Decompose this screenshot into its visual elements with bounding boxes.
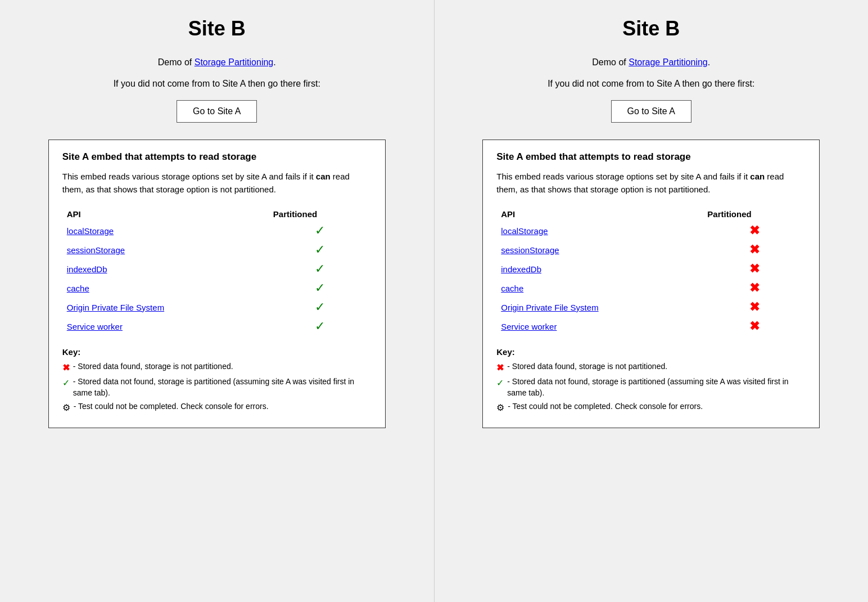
check-icon: ✓ [315, 281, 325, 295]
right-key-item-gear: ⚙ - Test could not be completed. Check c… [496, 401, 806, 414]
api-link[interactable]: Service worker [501, 322, 557, 331]
cross-icon: ✖ [749, 300, 760, 314]
status-cell: ✓ [269, 317, 372, 336]
table-row: sessionStorage✖ [496, 240, 806, 259]
api-link[interactable]: localStorage [67, 226, 114, 236]
left-embed-box: Site A embed that attempts to read stora… [48, 140, 386, 428]
check-icon: ✓ [315, 242, 325, 257]
status-cell: ✖ [703, 278, 806, 298]
cross-icon: ✖ [749, 281, 760, 295]
right-key-check-icon: ✓ [496, 377, 504, 389]
table-row: Origin Private File System✓ [62, 298, 372, 317]
right-key-gear-icon: ⚙ [496, 402, 504, 414]
api-link[interactable]: indexedDb [67, 264, 107, 274]
right-demo-text: Demo of Storage Partitioning. [592, 57, 710, 68]
api-cell: cache [62, 278, 269, 298]
left-embed-title: Site A embed that attempts to read stora… [62, 151, 372, 163]
right-partitioned-header: Partitioned [703, 207, 806, 221]
right-key-cross-text: - Stored data found, storage is not part… [507, 361, 806, 372]
table-row: Origin Private File System✖ [496, 298, 806, 317]
right-storage-partitioning-link[interactable]: Storage Partitioning [629, 57, 708, 67]
right-key-gear-text: - Test could not be completed. Check con… [508, 401, 806, 412]
api-cell: localStorage [496, 221, 703, 240]
check-icon: ✓ [315, 262, 325, 276]
api-link[interactable]: sessionStorage [501, 245, 559, 255]
left-key-title: Key: [62, 347, 372, 357]
status-cell: ✖ [703, 240, 806, 259]
table-row: cache✖ [496, 278, 806, 298]
right-embed-box: Site A embed that attempts to read stora… [482, 140, 820, 428]
api-cell: cache [496, 278, 703, 298]
right-key-check-text: - Stored data not found, storage is part… [507, 376, 806, 398]
api-cell: Origin Private File System [496, 298, 703, 317]
left-key-item-check: ✓ - Stored data not found, storage is pa… [62, 376, 372, 398]
api-link[interactable]: sessionStorage [67, 245, 125, 255]
status-cell: ✓ [269, 278, 372, 298]
cross-icon: ✖ [749, 319, 760, 333]
api-cell: indexedDb [496, 259, 703, 278]
left-key-gear-icon: ⚙ [62, 402, 70, 414]
left-storage-partitioning-link[interactable]: Storage Partitioning [195, 57, 274, 67]
table-row: Service worker✓ [62, 317, 372, 336]
right-panel: Site B Demo of Storage Partitioning. If … [434, 0, 869, 602]
api-link[interactable]: Service worker [67, 322, 123, 331]
left-key-section: Key: ✖ - Stored data found, storage is n… [62, 347, 372, 414]
check-icon: ✓ [315, 223, 325, 237]
check-icon: ✓ [315, 319, 325, 333]
api-link[interactable]: cache [501, 284, 523, 293]
api-link[interactable]: indexedDb [501, 264, 541, 274]
cross-icon: ✖ [749, 242, 760, 257]
table-row: localStorage✓ [62, 221, 372, 240]
table-row: cache✓ [62, 278, 372, 298]
left-storage-table: API Partitioned localStorage✓sessionStor… [62, 207, 372, 336]
right-embed-desc: This embed reads various storage options… [496, 170, 806, 196]
status-cell: ✓ [269, 259, 372, 278]
left-key-cross-icon: ✖ [62, 362, 70, 374]
left-key-cross-text: - Stored data found, storage is not part… [73, 361, 372, 372]
left-partitioned-header: Partitioned [269, 207, 372, 221]
status-cell: ✖ [703, 317, 806, 336]
table-row: localStorage✖ [496, 221, 806, 240]
right-site-a-instruction: If you did not come from to Site A then … [548, 79, 754, 89]
api-cell: Service worker [62, 317, 269, 336]
left-key-check-text: - Stored data not found, storage is part… [73, 376, 372, 398]
left-go-to-site-a-button[interactable]: Go to Site A [177, 100, 257, 123]
api-cell: sessionStorage [62, 240, 269, 259]
status-cell: ✓ [269, 298, 372, 317]
left-embed-desc: This embed reads various storage options… [62, 170, 372, 196]
api-link[interactable]: Origin Private File System [67, 303, 164, 312]
right-key-section: Key: ✖ - Stored data found, storage is n… [496, 347, 806, 414]
api-link[interactable]: Origin Private File System [501, 303, 598, 312]
left-key-item-gear: ⚙ - Test could not be completed. Check c… [62, 401, 372, 414]
table-row: indexedDb✓ [62, 259, 372, 278]
right-panel-title: Site B [622, 17, 680, 41]
cross-icon: ✖ [749, 262, 760, 276]
table-row: sessionStorage✓ [62, 240, 372, 259]
api-cell: Origin Private File System [62, 298, 269, 317]
left-panel-title: Site B [188, 17, 246, 41]
check-icon: ✓ [315, 300, 325, 314]
table-row: indexedDb✖ [496, 259, 806, 278]
left-key-item-cross: ✖ - Stored data found, storage is not pa… [62, 361, 372, 374]
api-link[interactable]: cache [67, 284, 89, 293]
left-site-a-instruction: If you did not come from to Site A then … [114, 79, 320, 89]
cross-icon: ✖ [749, 223, 760, 237]
right-key-cross-icon: ✖ [496, 362, 504, 374]
left-key-check-icon: ✓ [62, 377, 70, 389]
right-key-item-cross: ✖ - Stored data found, storage is not pa… [496, 361, 806, 374]
api-cell: indexedDb [62, 259, 269, 278]
left-api-header: API [62, 207, 269, 221]
right-api-header: API [496, 207, 703, 221]
right-storage-table: API Partitioned localStorage✖sessionStor… [496, 207, 806, 336]
status-cell: ✓ [269, 240, 372, 259]
right-embed-title: Site A embed that attempts to read stora… [496, 151, 806, 163]
right-go-to-site-a-button[interactable]: Go to Site A [611, 100, 691, 123]
right-key-item-check: ✓ - Stored data not found, storage is pa… [496, 376, 806, 398]
left-panel: Site B Demo of Storage Partitioning. If … [0, 0, 434, 602]
status-cell: ✖ [703, 259, 806, 278]
api-link[interactable]: localStorage [501, 226, 548, 236]
api-cell: localStorage [62, 221, 269, 240]
table-row: Service worker✖ [496, 317, 806, 336]
right-key-title: Key: [496, 347, 806, 357]
api-cell: Service worker [496, 317, 703, 336]
